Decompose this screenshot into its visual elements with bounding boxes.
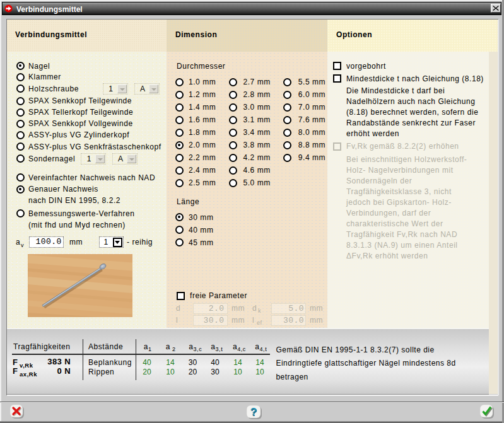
svg-text:?: ? <box>250 406 257 418</box>
